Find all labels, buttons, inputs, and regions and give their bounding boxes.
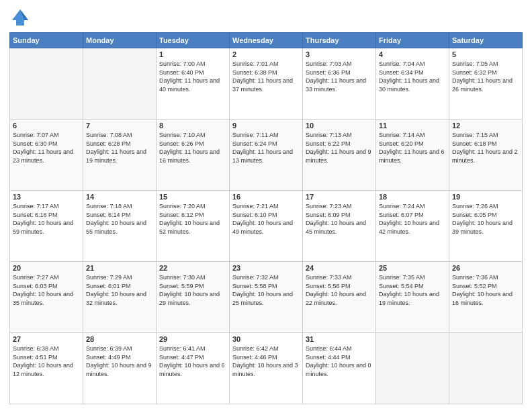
week-row-5: 27Sunrise: 6:38 AMSunset: 4:51 PMDayligh…	[10, 333, 523, 404]
day-info: Sunrise: 7:26 AMSunset: 6:05 PMDaylight:…	[452, 202, 519, 236]
day-number: 20	[13, 264, 80, 272]
day-cell-1: 1Sunrise: 7:00 AMSunset: 6:40 PMDaylight…	[157, 48, 230, 120]
day-info: Sunrise: 7:10 AMSunset: 6:26 PMDaylight:…	[159, 131, 226, 165]
day-info: Sunrise: 7:27 AMSunset: 6:03 PMDaylight:…	[13, 273, 80, 307]
day-cell-31: 31Sunrise: 6:44 AMSunset: 4:44 PMDayligh…	[303, 333, 376, 404]
week-row-3: 13Sunrise: 7:17 AMSunset: 6:16 PMDayligh…	[10, 191, 523, 262]
day-cell-14: 14Sunrise: 7:18 AMSunset: 6:14 PMDayligh…	[83, 191, 157, 262]
day-cell-22: 22Sunrise: 7:30 AMSunset: 5:59 PMDayligh…	[157, 262, 230, 333]
day-info: Sunrise: 7:05 AMSunset: 6:32 PMDaylight:…	[452, 60, 519, 93]
day-number: 17	[306, 193, 373, 201]
day-cell-23: 23Sunrise: 7:32 AMSunset: 5:58 PMDayligh…	[230, 262, 303, 333]
weekday-header-friday: Friday	[376, 33, 449, 48]
weekday-header-sunday: Sunday	[10, 33, 83, 48]
day-number: 30	[232, 335, 300, 343]
weekday-header-wednesday: Wednesday	[230, 33, 303, 48]
day-number: 23	[232, 264, 300, 272]
day-info: Sunrise: 7:24 AMSunset: 6:07 PMDaylight:…	[379, 202, 446, 236]
day-info: Sunrise: 6:42 AMSunset: 4:46 PMDaylight:…	[232, 345, 300, 378]
day-info: Sunrise: 7:36 AMSunset: 5:52 PMDaylight:…	[452, 273, 519, 307]
day-cell-29: 29Sunrise: 6:41 AMSunset: 4:47 PMDayligh…	[157, 333, 230, 404]
day-info: Sunrise: 7:00 AMSunset: 6:40 PMDaylight:…	[159, 60, 226, 93]
week-row-2: 6Sunrise: 7:07 AMSunset: 6:30 PMDaylight…	[10, 120, 523, 191]
day-info: Sunrise: 7:30 AMSunset: 5:59 PMDaylight:…	[159, 273, 226, 307]
day-number: 4	[379, 50, 446, 58]
logo-icon	[9, 7, 31, 28]
day-cell-17: 17Sunrise: 7:23 AMSunset: 6:09 PMDayligh…	[303, 191, 376, 262]
day-cell-27: 27Sunrise: 6:38 AMSunset: 4:51 PMDayligh…	[10, 333, 83, 404]
day-number: 6	[13, 122, 80, 130]
day-number: 19	[452, 193, 519, 201]
day-number: 26	[452, 264, 519, 272]
day-number: 24	[306, 264, 373, 272]
day-cell-15: 15Sunrise: 7:20 AMSunset: 6:12 PMDayligh…	[157, 191, 230, 262]
day-cell-4: 4Sunrise: 7:04 AMSunset: 6:34 PMDaylight…	[376, 48, 449, 120]
weekday-header-tuesday: Tuesday	[157, 33, 230, 48]
day-info: Sunrise: 7:08 AMSunset: 6:28 PMDaylight:…	[86, 131, 153, 165]
day-info: Sunrise: 7:29 AMSunset: 6:01 PMDaylight:…	[86, 273, 153, 307]
day-info: Sunrise: 6:41 AMSunset: 4:47 PMDaylight:…	[159, 345, 226, 378]
day-info: Sunrise: 7:20 AMSunset: 6:12 PMDaylight:…	[159, 202, 226, 236]
day-number: 15	[159, 193, 226, 201]
weekday-header-monday: Monday	[83, 33, 157, 48]
day-info: Sunrise: 6:39 AMSunset: 4:49 PMDaylight:…	[86, 345, 153, 378]
day-number: 9	[232, 122, 300, 130]
day-cell-10: 10Sunrise: 7:13 AMSunset: 6:22 PMDayligh…	[303, 120, 376, 191]
day-info: Sunrise: 7:14 AMSunset: 6:20 PMDaylight:…	[379, 131, 446, 165]
day-number: 21	[86, 264, 153, 272]
day-cell-2: 2Sunrise: 7:01 AMSunset: 6:38 PMDaylight…	[230, 48, 303, 120]
day-info: Sunrise: 7:04 AMSunset: 6:34 PMDaylight:…	[379, 60, 446, 93]
day-info: Sunrise: 7:23 AMSunset: 6:09 PMDaylight:…	[306, 202, 373, 236]
day-cell-7: 7Sunrise: 7:08 AMSunset: 6:28 PMDaylight…	[83, 120, 157, 191]
day-number: 12	[452, 122, 519, 130]
day-cell-9: 9Sunrise: 7:11 AMSunset: 6:24 PMDaylight…	[230, 120, 303, 191]
day-number: 7	[86, 122, 153, 130]
empty-cell	[83, 48, 157, 120]
day-info: Sunrise: 7:18 AMSunset: 6:14 PMDaylight:…	[86, 202, 153, 236]
day-number: 18	[379, 193, 446, 201]
day-info: Sunrise: 7:21 AMSunset: 6:10 PMDaylight:…	[232, 202, 300, 236]
day-cell-24: 24Sunrise: 7:33 AMSunset: 5:56 PMDayligh…	[303, 262, 376, 333]
day-info: Sunrise: 7:35 AMSunset: 5:54 PMDaylight:…	[379, 273, 446, 307]
day-cell-3: 3Sunrise: 7:03 AMSunset: 6:36 PMDaylight…	[303, 48, 376, 120]
day-number: 2	[232, 50, 300, 58]
day-info: Sunrise: 7:13 AMSunset: 6:22 PMDaylight:…	[306, 131, 373, 165]
day-number: 27	[13, 335, 80, 343]
day-cell-18: 18Sunrise: 7:24 AMSunset: 6:07 PMDayligh…	[376, 191, 449, 262]
day-info: Sunrise: 7:11 AMSunset: 6:24 PMDaylight:…	[232, 131, 300, 165]
day-number: 10	[306, 122, 373, 130]
weekday-header-saturday: Saturday	[449, 33, 523, 48]
day-cell-20: 20Sunrise: 7:27 AMSunset: 6:03 PMDayligh…	[10, 262, 83, 333]
day-info: Sunrise: 7:32 AMSunset: 5:58 PMDaylight:…	[232, 273, 300, 307]
day-info: Sunrise: 6:38 AMSunset: 4:51 PMDaylight:…	[13, 345, 80, 378]
day-info: Sunrise: 7:15 AMSunset: 6:18 PMDaylight:…	[452, 131, 519, 165]
day-cell-8: 8Sunrise: 7:10 AMSunset: 6:26 PMDaylight…	[157, 120, 230, 191]
day-cell-13: 13Sunrise: 7:17 AMSunset: 6:16 PMDayligh…	[10, 191, 83, 262]
empty-cell	[449, 333, 523, 404]
day-info: Sunrise: 7:17 AMSunset: 6:16 PMDaylight:…	[13, 202, 80, 236]
day-number: 28	[86, 335, 153, 343]
day-cell-12: 12Sunrise: 7:15 AMSunset: 6:18 PMDayligh…	[449, 120, 523, 191]
day-cell-28: 28Sunrise: 6:39 AMSunset: 4:49 PMDayligh…	[83, 333, 157, 404]
day-info: Sunrise: 7:07 AMSunset: 6:30 PMDaylight:…	[13, 131, 80, 165]
day-number: 16	[232, 193, 300, 201]
day-number: 31	[306, 335, 373, 343]
day-info: Sunrise: 7:01 AMSunset: 6:38 PMDaylight:…	[232, 60, 300, 93]
logo	[9, 7, 34, 28]
week-row-4: 20Sunrise: 7:27 AMSunset: 6:03 PMDayligh…	[10, 262, 523, 333]
weekday-header-row: SundayMondayTuesdayWednesdayThursdayFrid…	[10, 33, 523, 48]
day-info: Sunrise: 6:44 AMSunset: 4:44 PMDaylight:…	[306, 345, 373, 378]
day-number: 29	[159, 335, 226, 343]
day-cell-19: 19Sunrise: 7:26 AMSunset: 6:05 PMDayligh…	[449, 191, 523, 262]
day-cell-16: 16Sunrise: 7:21 AMSunset: 6:10 PMDayligh…	[230, 191, 303, 262]
day-number: 11	[379, 122, 446, 130]
day-cell-21: 21Sunrise: 7:29 AMSunset: 6:01 PMDayligh…	[83, 262, 157, 333]
day-number: 8	[159, 122, 226, 130]
page: SundayMondayTuesdayWednesdayThursdayFrid…	[0, 0, 532, 411]
day-cell-11: 11Sunrise: 7:14 AMSunset: 6:20 PMDayligh…	[376, 120, 449, 191]
day-cell-26: 26Sunrise: 7:36 AMSunset: 5:52 PMDayligh…	[449, 262, 523, 333]
week-row-1: 1Sunrise: 7:00 AMSunset: 6:40 PMDaylight…	[10, 48, 523, 120]
day-number: 22	[159, 264, 226, 272]
empty-cell	[10, 48, 83, 120]
day-cell-30: 30Sunrise: 6:42 AMSunset: 4:46 PMDayligh…	[230, 333, 303, 404]
